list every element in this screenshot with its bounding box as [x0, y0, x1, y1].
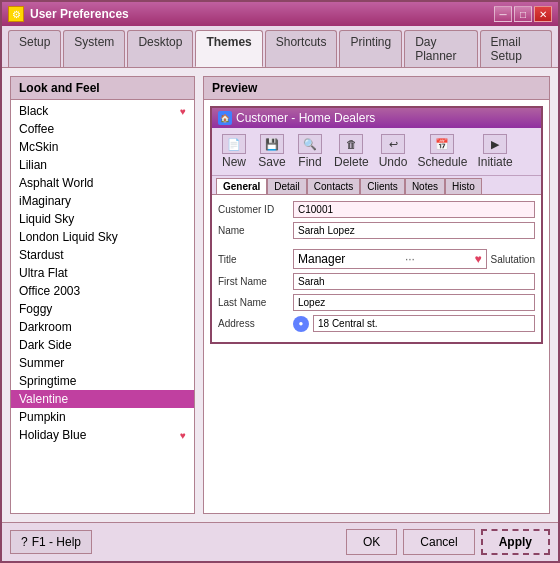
tab-system[interactable]: System — [63, 30, 125, 67]
theme-item-office2003[interactable]: Office 2003 — [11, 282, 194, 300]
theme-name: Springtime — [19, 374, 76, 388]
title-select[interactable]: Manager ··· ♥ — [293, 249, 487, 269]
preview-header: Preview — [204, 77, 549, 100]
right-panel: Preview 🏠 Customer - Home Dealers 📄 New — [203, 76, 550, 514]
help-icon: ? — [21, 535, 28, 549]
find-label: Find — [298, 155, 321, 169]
mini-tab-history[interactable]: Histo — [445, 178, 482, 194]
theme-item-valentine[interactable]: Valentine — [11, 390, 194, 408]
window-icon: ⚙ — [8, 6, 24, 22]
mini-window: 🏠 Customer - Home Dealers 📄 New 💾 Save — [210, 106, 543, 344]
action-buttons: OK Cancel Apply — [346, 529, 550, 555]
theme-name: Office 2003 — [19, 284, 80, 298]
select-dots: ··· — [405, 252, 415, 266]
last-name-label: Last Name — [218, 297, 293, 308]
delete-icon: 🗑 — [339, 134, 363, 154]
minimize-button[interactable]: ─ — [494, 6, 512, 22]
ok-button[interactable]: OK — [346, 529, 397, 555]
theme-item-holiday-blue[interactable]: Holiday Blue ♥ — [11, 426, 194, 444]
customer-id-label: Customer ID — [218, 204, 293, 215]
toolbar-schedule[interactable]: 📅 Schedule — [413, 132, 471, 171]
theme-name: London Liquid Sky — [19, 230, 118, 244]
mini-tab-general[interactable]: General — [216, 178, 267, 194]
theme-name: Asphalt World — [19, 176, 93, 190]
help-button[interactable]: ? F1 - Help — [10, 530, 92, 554]
customer-id-input[interactable] — [293, 201, 535, 218]
toolbar-find[interactable]: 🔍 Find — [292, 132, 328, 171]
save-label: Save — [258, 155, 285, 169]
theme-name: Black — [19, 104, 48, 118]
theme-item-stardust[interactable]: Stardust — [11, 246, 194, 264]
name-label: Name — [218, 225, 293, 236]
tab-setup[interactable]: Setup — [8, 30, 61, 67]
theme-item-black[interactable]: Black ♥ — [11, 102, 194, 120]
first-name-input[interactable] — [293, 273, 535, 290]
customer-id-row: Customer ID — [218, 201, 535, 218]
mini-tab-clients[interactable]: Clients — [360, 178, 405, 194]
theme-item-darkroom[interactable]: Darkroom — [11, 318, 194, 336]
address-label: Address — [218, 318, 293, 329]
theme-item-london[interactable]: London Liquid Sky — [11, 228, 194, 246]
title-controls: ─ □ ✕ — [494, 6, 552, 22]
last-name-row: Last Name — [218, 294, 535, 311]
theme-item-ultra-flat[interactable]: Ultra Flat — [11, 264, 194, 282]
tab-shortcuts[interactable]: Shortcuts — [265, 30, 338, 67]
initiate-icon: ▶ — [483, 134, 507, 154]
cancel-button[interactable]: Cancel — [403, 529, 474, 555]
mini-tab-detail[interactable]: Detail — [267, 178, 307, 194]
initiate-label: Initiate — [477, 155, 512, 169]
address-input[interactable] — [313, 315, 535, 332]
theme-item-foggy[interactable]: Foggy — [11, 300, 194, 318]
theme-item-asphalt[interactable]: Asphalt World — [11, 174, 194, 192]
tab-day-planner[interactable]: Day Planner — [404, 30, 477, 67]
tab-email-setup[interactable]: Email Setup — [480, 30, 552, 67]
theme-name: Ultra Flat — [19, 266, 68, 280]
mini-form: Customer ID Name Title Manager — [212, 195, 541, 342]
address-row: Address ● — [218, 315, 535, 332]
theme-item-pumpkin[interactable]: Pumpkin — [11, 408, 194, 426]
maximize-button[interactable]: □ — [514, 6, 532, 22]
title-bar: ⚙ User Preferences ─ □ ✕ — [2, 2, 558, 26]
find-icon: 🔍 — [298, 134, 322, 154]
theme-item-springtime[interactable]: Springtime — [11, 372, 194, 390]
tab-desktop[interactable]: Desktop — [127, 30, 193, 67]
heart-icon: ♥ — [180, 430, 186, 441]
toolbar-new[interactable]: 📄 New — [216, 132, 252, 171]
apply-button[interactable]: Apply — [481, 529, 550, 555]
mini-tab-notes[interactable]: Notes — [405, 178, 445, 194]
window-title: User Preferences — [30, 7, 488, 21]
toolbar-delete[interactable]: 🗑 Delete — [330, 132, 373, 171]
title-label: Title — [218, 254, 293, 265]
tab-themes[interactable]: Themes — [195, 30, 262, 67]
first-name-row: First Name — [218, 273, 535, 290]
last-name-input[interactable] — [293, 294, 535, 311]
main-window: ⚙ User Preferences ─ □ ✕ Setup System De… — [0, 0, 560, 563]
theme-name: Dark Side — [19, 338, 72, 352]
theme-name: Liquid Sky — [19, 212, 74, 226]
theme-item-summer[interactable]: Summer — [11, 354, 194, 372]
theme-name: Pumpkin — [19, 410, 66, 424]
mini-toolbar: 📄 New 💾 Save 🔍 Find 🗑 — [212, 128, 541, 176]
delete-label: Delete — [334, 155, 369, 169]
mini-window-title: Customer - Home Dealers — [236, 111, 375, 125]
theme-item-dark-side[interactable]: Dark Side — [11, 336, 194, 354]
heart-icon: ♥ — [474, 252, 481, 266]
theme-item-mcskin[interactable]: McSkin — [11, 138, 194, 156]
theme-item-liquid-sky[interactable]: Liquid Sky — [11, 210, 194, 228]
theme-item-lilian[interactable]: Lilian — [11, 156, 194, 174]
heart-icon: ♥ — [180, 106, 186, 117]
name-input[interactable] — [293, 222, 535, 239]
tab-printing[interactable]: Printing — [339, 30, 402, 67]
save-icon: 💾 — [260, 134, 284, 154]
theme-item-imaginary[interactable]: iMaginary — [11, 192, 194, 210]
close-button[interactable]: ✕ — [534, 6, 552, 22]
toolbar-save[interactable]: 💾 Save — [254, 132, 290, 171]
toolbar-undo[interactable]: ↩ Undo — [375, 132, 412, 171]
theme-list[interactable]: Black ♥ Coffee McSkin Lilian Asphalt Wor… — [11, 100, 194, 513]
theme-name: Stardust — [19, 248, 64, 262]
schedule-icon: 📅 — [430, 134, 454, 154]
help-label: F1 - Help — [32, 535, 81, 549]
theme-item-coffee[interactable]: Coffee — [11, 120, 194, 138]
mini-tab-contacts[interactable]: Contacts — [307, 178, 360, 194]
toolbar-initiate[interactable]: ▶ Initiate — [473, 132, 516, 171]
